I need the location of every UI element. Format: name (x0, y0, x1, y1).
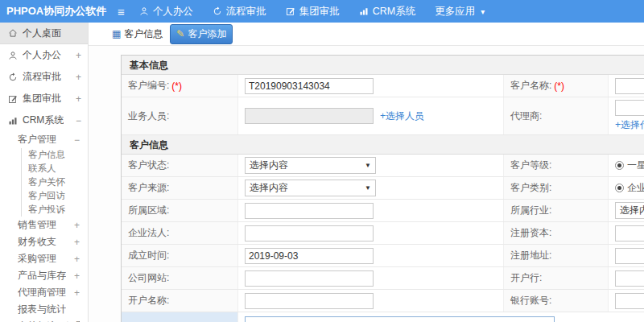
collapse-icon: − (74, 134, 80, 146)
sidebar-item-purchase-mgmt[interactable]: 采购管理+ (0, 250, 88, 267)
topbar-item-more-apps[interactable]: 更多应用▾ (435, 5, 485, 19)
topbar-item-crm-system[interactable]: CRM系统 (359, 5, 415, 19)
field-cell (238, 222, 504, 244)
table-icon: ▦ (112, 29, 121, 39)
expand-icon: + (74, 254, 80, 265)
tab-customer-add[interactable]: ✎ 客户添加 (170, 24, 233, 44)
history-icon (8, 72, 18, 82)
agent-input[interactable] (615, 100, 644, 116)
field-label: 银行账号: (504, 290, 609, 312)
sidebar-item-reports-stats[interactable]: 报表与统计 (0, 301, 88, 318)
field-cell (609, 75, 644, 97)
customer-source-select[interactable]: 选择内容▼ (245, 180, 376, 196)
region-input[interactable] (245, 203, 374, 219)
field-label: 代理商: (504, 97, 609, 134)
customer-status-select[interactable]: 选择内容▼ (245, 157, 376, 174)
sidebar-item-group-approval[interactable]: 集团审批+ (0, 88, 88, 109)
registered-capital-input[interactable] (615, 225, 644, 242)
sidebar-item-agent-mgmt[interactable]: 代理商管理+ (0, 284, 88, 301)
sidebar-item-label: 客户信息 (28, 149, 65, 161)
form-row: 成立时间:注册地址: (122, 245, 644, 267)
topbar-item-workflow-approval[interactable]: 流程审批 (213, 5, 266, 19)
sidebar-item-personal-desktop[interactable]: 个人桌面 (0, 23, 88, 44)
form-row: 开户名称:银行账号: (122, 290, 644, 312)
sidebar-item-personal-office[interactable]: 个人办公+ (0, 44, 88, 66)
form-row: 业务人员:+选择人员代理商:+选择代理商 (122, 97, 644, 135)
bank-input[interactable] (615, 270, 644, 287)
sidebar-item-label: 客户投诉 (28, 204, 65, 216)
home-icon (8, 28, 18, 38)
sidebar-item-customer-visit[interactable]: 客户回访 (21, 189, 88, 203)
sidebar-item-form-flow-settings[interactable]: 表单与流程设置+ (0, 318, 88, 322)
industry-select[interactable]: 选择内容▼ (615, 202, 644, 219)
sidebar-item-label: 客户管理 (18, 133, 56, 147)
form-row: 公司网站:开户行: (122, 267, 644, 290)
sidebar-item-customer-mgmt[interactable]: 客户管理− (0, 131, 88, 148)
section-header: 基本信息 (122, 56, 644, 75)
pencil-icon: ✎ (176, 29, 184, 39)
field-label: 业务人员: (122, 97, 238, 134)
field-cell (238, 245, 504, 266)
founded-date-input[interactable] (245, 248, 374, 264)
select-value: 选择内容 (620, 204, 644, 217)
sidebar-item-customer-complaint[interactable]: 客户投诉 (21, 203, 88, 217)
label-text: 客户来源: (128, 181, 169, 195)
topbar-item-label: 流程审批 (226, 5, 266, 19)
sidebar-item-finance[interactable]: 财务收支+ (0, 233, 88, 250)
radio-dot (617, 163, 621, 167)
sidebar-item-product-inventory[interactable]: 产品与库存+ (0, 267, 88, 284)
customer-type-radio[interactable] (615, 184, 624, 192)
expand-icon: + (74, 287, 80, 299)
topbar-nav: 个人办公流程审批集团审批CRM系统更多应用▾ (139, 0, 505, 23)
account-name-input[interactable] (245, 293, 374, 309)
registered-address-input[interactable] (615, 248, 644, 264)
customer-name-input[interactable] (615, 78, 644, 94)
customer-no-input[interactable] (245, 78, 374, 94)
sales-person-link[interactable]: +选择人员 (380, 109, 424, 123)
agent-link[interactable]: +选择代理商 (615, 118, 644, 132)
field-label: 开户名称: (122, 290, 238, 312)
sidebar-item-customer-care[interactable]: 客户关怀 (21, 175, 88, 189)
field-label: 所属行业: (504, 200, 609, 221)
sidebar-item-label: 集团审批 (23, 92, 61, 105)
sales-person-input[interactable] (245, 108, 374, 124)
collapse-icon: − (76, 115, 81, 126)
sidebar-item-label: 客户关怀 (28, 176, 65, 188)
sidebar-item-crm-system[interactable]: CRM系统− (0, 109, 88, 131)
bank-account-input[interactable] (615, 293, 644, 309)
sidebar-item-sales-mgmt[interactable]: 销售管理+ (0, 217, 88, 233)
label-text: 注册地址: (510, 249, 551, 262)
sidebar-item-contacts[interactable]: 联系人 (21, 162, 88, 175)
sidebar-item-label: 产品与库存 (18, 269, 66, 283)
website-input[interactable] (245, 270, 374, 287)
topbar-item-group-approval[interactable]: 集团审批 (286, 5, 340, 19)
customer-level-radio[interactable] (615, 161, 624, 170)
expand-icon: + (74, 270, 80, 282)
field-cell: 一星 (609, 155, 644, 176)
tab-customer-info[interactable]: ▦ 客户信息 (106, 25, 168, 43)
label-text: 客户等级: (510, 159, 551, 172)
field-label: 所属区域: (122, 200, 238, 221)
field-cell (238, 200, 504, 221)
menu-icon[interactable]: ≡ (118, 6, 125, 18)
field-cell: +选择代理商 (609, 97, 644, 134)
select-value: 选择内容 (250, 181, 288, 195)
topbar-item-personal-office[interactable]: 个人办公 (139, 5, 193, 19)
remark-textarea[interactable] (245, 316, 555, 322)
topbar-item-label: 集团审批 (299, 5, 340, 19)
field-label: 成立时间: (122, 245, 238, 266)
legal-person-input[interactable] (245, 225, 374, 242)
field-cell (238, 267, 504, 289)
required-mark: (*) (171, 80, 182, 92)
main-content: ▦ 客户信息 ✎ 客户添加 基本信息客户编号:(*)客户名称:(*)业务人员:+… (89, 23, 644, 322)
field-cell (609, 290, 644, 312)
history-icon (213, 6, 222, 16)
field-cell: 企业 (609, 177, 644, 199)
field-cell (609, 245, 644, 266)
sidebar-item-label: 个人办公 (23, 48, 61, 62)
tab-label: 客户添加 (188, 27, 226, 41)
sidebar-item-workflow-approval[interactable]: 流程审批+ (0, 66, 88, 88)
sidebar-item-customer-info[interactable]: 客户信息 (21, 148, 88, 162)
section-header: 客户信息 (122, 135, 644, 155)
expand-icon: + (76, 72, 81, 83)
